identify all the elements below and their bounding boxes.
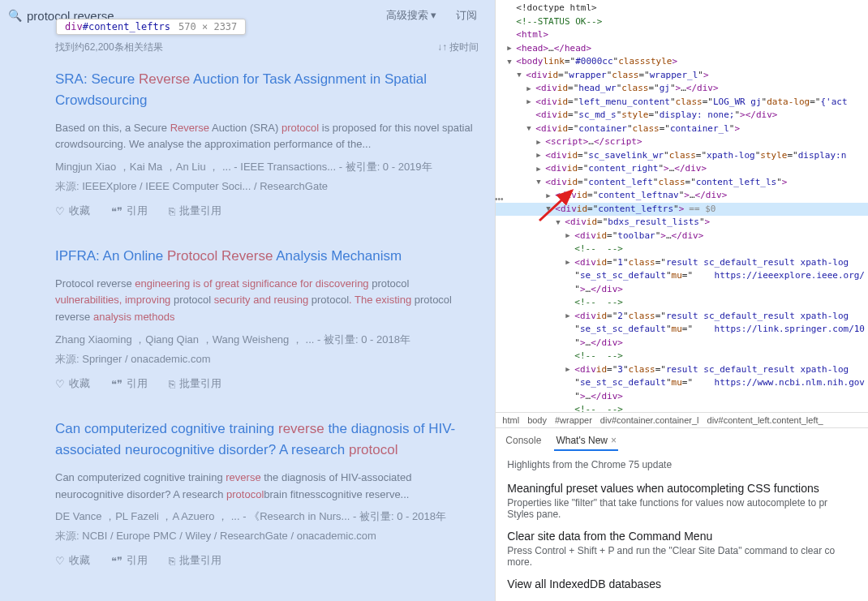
disclosure-triangle-icon[interactable]: ▶ — [565, 364, 574, 376]
tab-whats-new-label: What's New — [556, 435, 608, 446]
devtools-panel: <!doctype html><!--STATUS OK--><html>▶<h… — [495, 0, 868, 601]
result-source: 来源: Springer / onacademic.com — [55, 352, 479, 367]
batch-cite-button[interactable]: ⎘批量引用 — [169, 376, 221, 391]
fav-button[interactable]: ♡收藏 — [55, 553, 90, 568]
search-result: IPFRA: An Online Protocol Reverse Analys… — [55, 246, 479, 391]
breadcrumb-item[interactable]: #wrapper — [555, 415, 592, 425]
tab-console[interactable]: Console — [504, 431, 543, 451]
result-snippet: Protocol reverse engineering is of great… — [55, 276, 479, 326]
dom-node-line[interactable]: <!-- --> — [496, 403, 868, 412]
dom-node-line[interactable]: ▶<div id="3" class="result sc_default_re… — [496, 363, 868, 377]
elements-tree[interactable]: <!doctype html><!--STATUS OK--><html>▶<h… — [496, 0, 868, 412]
disclosure-triangle-icon[interactable]: ▼ — [517, 70, 525, 81]
result-meta: DE Vance ，PL Fazeli ，A Azuero ， ... - 《R… — [55, 509, 479, 524]
disclosure-triangle-icon[interactable]: ▶ — [565, 230, 574, 242]
subscribe-link[interactable]: 订阅 — [446, 8, 487, 23]
disclosure-triangle-icon[interactable]: ▶ — [526, 97, 535, 108]
sort-toggle[interactable]: ↓↑ 按时间 — [437, 41, 479, 54]
result-meta: Zhang Xiaoming ，Qiang Qian ，Wang Weishen… — [55, 333, 479, 347]
disclosure-triangle-icon[interactable]: ▶ — [507, 43, 515, 54]
result-title[interactable]: IPFRA: An Online Protocol Reverse Analys… — [55, 246, 479, 267]
disclosure-triangle-icon[interactable]: ▼ — [526, 123, 535, 135]
heart-icon: ♡ — [55, 378, 65, 390]
breadcrumb-item[interactable]: body — [527, 415, 547, 425]
dom-node-line[interactable]: ▶<div id="sc_savelink_wr" class="xpath-l… — [496, 149, 868, 163]
result-snippet: Based on this, a Secure Reverse Auction … — [55, 120, 479, 154]
dom-node-line[interactable]: ">…</div> — [496, 390, 868, 404]
disclosure-triangle-icon[interactable]: ▶ — [546, 191, 554, 202]
dom-node-line[interactable]: ▶<div id="content_right">…</div> — [496, 162, 868, 176]
cite-button[interactable]: ❝❞引用 — [111, 376, 148, 391]
disclosure-triangle-icon[interactable]: ▶ — [536, 164, 544, 175]
dom-node-line[interactable]: ▶<div id="head_wr" class="gj">…</div> — [496, 82, 868, 96]
dom-node-line[interactable]: ▼<div id="content_leftrs">== $0 — [496, 203, 868, 217]
dom-node-line[interactable]: <div id="sc_md_s" style="display: none;"… — [496, 109, 868, 122]
page-viewport: 🔍 高级搜索 ▾ 订阅 div#content_leftrs 570 × 233… — [0, 0, 495, 601]
cite-button[interactable]: ❝❞引用 — [111, 553, 148, 568]
result-meta: Mingjun Xiao ，Kai Ma ，An Liu ， ... - IEE… — [55, 160, 479, 174]
batch-icon: ⎘ — [169, 378, 175, 390]
dom-node-line[interactable]: <!doctype html> — [496, 2, 868, 15]
disclosure-triangle-icon[interactable]: ▼ — [507, 57, 515, 68]
quote-icon: ❝❞ — [111, 378, 122, 390]
result-title[interactable]: Can computerized cognitive training reve… — [55, 419, 479, 461]
dom-node-line[interactable]: ">…</div> — [496, 283, 868, 297]
dom-node-line[interactable]: <!--STATUS OK--> — [496, 15, 868, 29]
result-source: 来源: NCBI / Europe PMC / Wiley / Research… — [55, 529, 479, 543]
dom-node-line[interactable]: "se_st_sc_default" mu=" https://www.ncbi… — [496, 376, 868, 390]
disclosure-triangle-icon[interactable]: ▼ — [546, 204, 554, 215]
tooltip-dimensions: 570 × 2337 — [178, 21, 237, 32]
whatsnew-item-title[interactable]: Clear site data from the Command Menu — [507, 530, 857, 543]
quote-icon: ❝❞ — [111, 555, 122, 567]
disclosure-triangle-icon[interactable]: ▼ — [556, 217, 564, 229]
disclosure-triangle-icon[interactable]: ▶ — [536, 137, 544, 148]
dom-node-line[interactable]: ">…</div> — [496, 337, 868, 350]
breadcrumb-item[interactable]: div#container.container_l — [600, 415, 699, 425]
dom-node-line[interactable]: ▶<div id="content_leftnav">…</div> — [496, 189, 868, 203]
whatsnew-item-title[interactable]: View all IndexedDB databases — [507, 577, 857, 590]
dom-node-line[interactable]: ▼<div id="wrapper" class="wrapper_l"> — [496, 69, 868, 83]
disclosure-triangle-icon[interactable]: ▼ — [536, 177, 544, 188]
dom-node-line[interactable]: ▶<div id="toolbar">…</div> — [496, 230, 868, 243]
breadcrumb-trail[interactable]: htmlbody#wrapperdiv#container.container_… — [496, 412, 868, 427]
disclosure-triangle-icon[interactable]: ▶ — [536, 150, 544, 161]
dom-node-line[interactable]: ▼<body link="#0000cc" class style> — [496, 55, 868, 69]
disclosure-triangle-icon[interactable]: ▶ — [565, 311, 574, 322]
whatsnew-item-title[interactable]: Meaningful preset values when autocomple… — [507, 482, 857, 495]
results-area: 找到约62,200条相关结果 ↓↑ 按时间 SRA: Secure Revers… — [0, 31, 495, 568]
dom-node-line[interactable]: ▶<div id="1" class="result sc_default_re… — [496, 256, 868, 270]
batch-cite-button[interactable]: ⎘批量引用 — [169, 553, 221, 568]
tooltip-tag: div — [65, 21, 83, 32]
dom-node-line[interactable]: "se_st_sc_default" mu=" https://ieeexplo… — [496, 269, 868, 283]
fav-button[interactable]: ♡收藏 — [55, 204, 90, 218]
dom-node-line[interactable]: <!-- --> — [496, 296, 868, 310]
dom-node-line[interactable]: ▶<div id="left_menu_content" class="LOG_… — [496, 96, 868, 109]
result-snippet: Can computerized cognitive training reve… — [55, 470, 479, 504]
batch-icon: ⎘ — [169, 205, 175, 217]
dom-node-line[interactable]: <html> — [496, 28, 868, 42]
close-icon[interactable]: × — [611, 435, 617, 446]
dom-node-line[interactable]: <!-- --> — [496, 350, 868, 363]
dom-node-line[interactable]: ▼<div id="container" class="container_l"… — [496, 122, 868, 136]
dom-node-line[interactable]: ▼<div id="content_left" class="content_l… — [496, 176, 868, 190]
cite-button[interactable]: ❝❞引用 — [111, 204, 148, 218]
whatsnew-item-desc: Properties like "filter" that take funct… — [507, 497, 857, 520]
dom-node-line[interactable]: <!-- --> — [496, 243, 868, 256]
tab-whats-new[interactable]: What's New× — [554, 431, 618, 451]
result-title[interactable]: SRA: Secure Reverse Auction for Task Ass… — [55, 69, 479, 112]
dom-node-line[interactable]: ▶<script>…</script> — [496, 135, 868, 149]
disclosure-triangle-icon[interactable]: ▶ — [526, 84, 535, 95]
disclosure-triangle-icon[interactable]: ▶ — [565, 257, 574, 268]
advanced-search-link[interactable]: 高级搜索 ▾ — [376, 8, 447, 23]
breadcrumb-item[interactable]: div#content_left.content_left_ — [707, 415, 823, 425]
dom-node-line[interactable]: "se_st_sc_default" mu=" https://link.spr… — [496, 323, 868, 337]
batch-cite-button[interactable]: ⎘批量引用 — [169, 204, 221, 218]
fav-button[interactable]: ♡收藏 — [55, 376, 90, 391]
dom-node-line[interactable]: ▶<div id="2" class="result sc_default_re… — [496, 310, 868, 324]
quote-icon: ❝❞ — [111, 205, 122, 217]
dom-node-line[interactable]: ▼<div id="bdxs_result_lists"> — [496, 216, 868, 230]
whats-new-content: Highlights from the Chrome 75 update Mea… — [496, 451, 868, 601]
breadcrumb-item[interactable]: html — [502, 415, 519, 425]
dom-node-line[interactable]: ▶<head>…</head> — [496, 42, 868, 56]
search-icon: 🔍 — [8, 9, 22, 22]
